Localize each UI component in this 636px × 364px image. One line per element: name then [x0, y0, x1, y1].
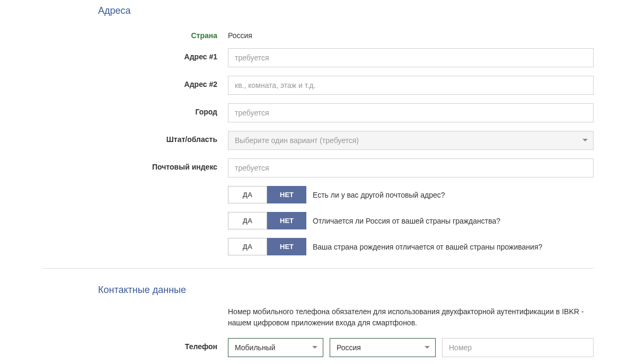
- mailing-no-button[interactable]: НЕТ: [267, 186, 306, 203]
- country-label: Страна: [42, 27, 228, 40]
- section-divider: [42, 268, 594, 269]
- contact-note: Номер мобильного телефона обязателен для…: [228, 306, 594, 329]
- city-label: Город: [42, 103, 228, 116]
- postal-input[interactable]: [228, 158, 594, 177]
- phone-country-select[interactable]: Россия: [330, 338, 436, 357]
- city-input[interactable]: [228, 103, 594, 122]
- contact-section-title: Контактные данные: [42, 285, 594, 296]
- phone-number-input[interactable]: [442, 338, 594, 357]
- address2-input[interactable]: [228, 76, 594, 95]
- address1-label: Адрес #1: [42, 48, 228, 61]
- phone-type-select[interactable]: Мобильный: [228, 338, 323, 357]
- birth-no-button[interactable]: НЕТ: [267, 238, 306, 255]
- citizenship-yes-button[interactable]: ДА: [228, 212, 267, 229]
- citizenship-toggle: ДА НЕТ: [228, 212, 306, 229]
- postal-label: Почтовый индекс: [42, 158, 228, 171]
- address2-label: Адрес #2: [42, 76, 228, 88]
- country-value: Россия: [228, 27, 594, 40]
- address1-input[interactable]: [228, 48, 594, 67]
- birth-country-toggle: ДА НЕТ: [228, 238, 306, 255]
- birth-question-text: Ваша страна рождения отличается от вашей…: [313, 243, 542, 251]
- mailing-question-text: Есть ли у вас другой почтовый адрес?: [313, 191, 445, 199]
- citizenship-question-text: Отличается ли Россия от вашей страны гра…: [313, 217, 500, 225]
- citizenship-no-button[interactable]: НЕТ: [267, 212, 306, 229]
- phone-label: Телефон: [42, 338, 228, 351]
- address-section-title: Адреса: [42, 5, 594, 16]
- mailing-address-toggle: ДА НЕТ: [228, 186, 306, 203]
- birth-yes-button[interactable]: ДА: [228, 238, 267, 255]
- state-label: Штат/область: [42, 131, 228, 144]
- state-select[interactable]: Выберите один вариант (требуется): [228, 131, 594, 150]
- mailing-yes-button[interactable]: ДА: [228, 186, 267, 203]
